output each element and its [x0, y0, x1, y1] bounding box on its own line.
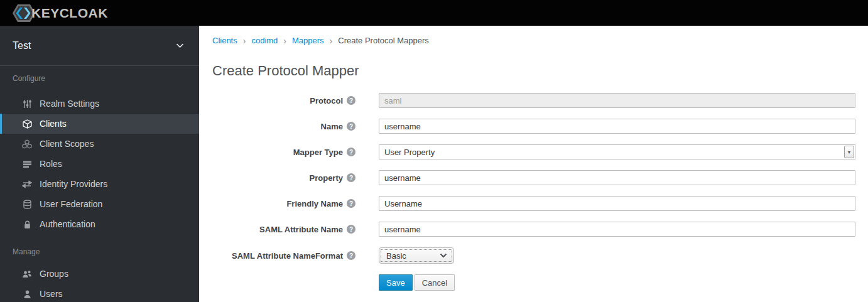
user-icon: [22, 289, 32, 299]
sidebar-item-user-federation[interactable]: User Federation: [0, 194, 199, 214]
question-circle-icon[interactable]: ?: [347, 173, 355, 182]
breadcrumb-codimd[interactable]: codimd: [251, 36, 278, 45]
sidebar-section-manage: Manage Groups Users: [0, 245, 199, 302]
sidebar-item-label: Identity Providers: [40, 179, 107, 189]
lock-icon: [22, 219, 32, 229]
list-icon: [22, 159, 32, 169]
create-protocol-mapper-form: Protocol ? Name ? Mapper Type: [212, 93, 855, 291]
question-circle-icon[interactable]: ?: [347, 199, 355, 208]
cube-icon: [22, 119, 32, 129]
configure-nav-list: Realm Settings Clients Client Scopes: [0, 94, 199, 234]
question-circle-icon[interactable]: ?: [347, 122, 355, 131]
sidebar-item-label: Clients: [40, 119, 67, 129]
friendly-name-input[interactable]: [379, 196, 855, 211]
control-col: [379, 93, 855, 108]
sidebar-item-label: Client Scopes: [40, 139, 94, 149]
database-icon: [22, 199, 32, 209]
keycloak-wordmark: KEYCLOAK: [31, 6, 108, 21]
name-input[interactable]: [379, 119, 855, 134]
field-label-group: Protocol ?: [212, 96, 355, 105]
form-buttons: Save Cancel: [379, 274, 855, 291]
sidebar-item-realm-settings[interactable]: Realm Settings: [0, 94, 199, 114]
control-col: [379, 222, 855, 237]
property-input[interactable]: [379, 170, 855, 185]
form-row-saml-attribute-nameformat: SAML Attribute NameFormat ? Basic: [212, 247, 855, 264]
nameformat-selected-value: Basic: [386, 251, 406, 261]
form-row-mapper-type: Mapper Type ? User Property ▼: [212, 144, 855, 159]
property-label: Property: [310, 173, 343, 183]
chevron-down-icon: [440, 253, 447, 258]
sliders-icon: [22, 99, 32, 109]
sidebar-item-client-scopes[interactable]: Client Scopes: [0, 134, 199, 154]
saml-attribute-name-input[interactable]: [379, 222, 855, 237]
sidebar-item-identity-providers[interactable]: Identity Providers: [0, 174, 199, 194]
protocol-label: Protocol: [310, 96, 343, 105]
question-circle-icon[interactable]: ?: [347, 225, 355, 234]
name-label: Name: [321, 122, 343, 131]
chevron-down-icon: [176, 43, 184, 48]
protocol-input: [379, 93, 855, 108]
manage-nav-list: Groups Users: [0, 264, 199, 302]
control-col: User Property ▼: [379, 144, 855, 159]
exchange-arrows-icon: [22, 179, 32, 189]
control-col: Basic: [379, 247, 855, 264]
form-row-saml-attribute-name: SAML Attribute Name ?: [212, 222, 855, 237]
question-circle-icon[interactable]: ?: [347, 251, 355, 260]
sidebar-section-configure: Configure Realm Settings Clients: [0, 72, 199, 234]
breadcrumb-separator: ›: [330, 36, 333, 45]
section-label: Manage: [0, 245, 199, 258]
sidebar-item-users[interactable]: Users: [0, 284, 199, 302]
question-circle-icon[interactable]: ?: [347, 96, 355, 105]
breadcrumb-current: Create Protocol Mappers: [338, 36, 429, 45]
question-circle-icon[interactable]: ?: [347, 148, 355, 156]
field-label-group: Property ?: [212, 173, 355, 183]
breadcrumb-mappers[interactable]: Mappers: [292, 36, 324, 45]
realm-name: Test: [13, 40, 31, 51]
control-col: [379, 119, 855, 134]
saml-attribute-nameformat-label: SAML Attribute NameFormat: [232, 251, 343, 261]
control-col: [379, 170, 855, 185]
form-row-name: Name ?: [212, 119, 855, 134]
field-label-group: Mapper Type ?: [212, 148, 355, 157]
control-col: [379, 196, 855, 211]
form-row-property: Property ?: [212, 170, 855, 185]
realm-selector[interactable]: Test: [0, 26, 199, 66]
sidebar-item-label: Users: [40, 289, 63, 299]
saml-attribute-name-label: SAML Attribute Name: [259, 225, 343, 234]
breadcrumb: Clients › codimd › Mappers › Create Prot…: [212, 36, 855, 45]
field-label-group: SAML Attribute NameFormat ?: [212, 251, 355, 261]
keycloak-admin-console: KEYCLOAK Test Configure Realm Settings: [0, 0, 868, 302]
mapper-type-selected-value: User Property: [384, 148, 435, 157]
breadcrumb-separator: ›: [283, 36, 286, 45]
field-label-group: Name ?: [212, 122, 355, 131]
sidebar-item-label: Realm Settings: [40, 99, 99, 109]
main-content: Clients › codimd › Mappers › Create Prot…: [199, 26, 868, 302]
group-icon: [22, 269, 32, 279]
mapper-type-label: Mapper Type: [293, 148, 343, 157]
sidebar-item-clients[interactable]: Clients: [0, 114, 199, 134]
sidebar-item-label: Groups: [40, 269, 68, 279]
cubes-icon: [22, 139, 32, 149]
cancel-button[interactable]: Cancel: [415, 274, 455, 291]
mapper-type-select[interactable]: User Property ▼: [379, 144, 855, 159]
saml-attribute-nameformat-select[interactable]: Basic: [379, 247, 454, 264]
keycloak-logo[interactable]: KEYCLOAK: [10, 3, 108, 24]
masthead: KEYCLOAK: [0, 0, 868, 26]
breadcrumb-separator: ›: [243, 36, 246, 45]
dropdown-arrow-icon: ▼: [844, 146, 854, 158]
sidebar-item-label: Roles: [40, 159, 62, 169]
sidebar-item-label: Authentication: [40, 219, 95, 229]
section-label: Configure: [0, 72, 199, 85]
sidebar-item-roles[interactable]: Roles: [0, 154, 199, 174]
page-title: Create Protocol Mapper: [212, 62, 855, 80]
save-button[interactable]: Save: [379, 274, 413, 291]
breadcrumb-clients[interactable]: Clients: [212, 36, 237, 45]
field-label-group: SAML Attribute Name ?: [212, 225, 355, 234]
sidebar-item-label: User Federation: [40, 199, 102, 209]
sidebar-item-authentication[interactable]: Authentication: [0, 214, 199, 234]
sidebar: Test Configure Realm Settings Client: [0, 26, 199, 302]
field-label-group: Friendly Name ?: [212, 199, 355, 208]
sidebar-item-groups[interactable]: Groups: [0, 264, 199, 284]
form-row-protocol: Protocol ?: [212, 93, 855, 108]
friendly-name-label: Friendly Name: [286, 199, 343, 208]
